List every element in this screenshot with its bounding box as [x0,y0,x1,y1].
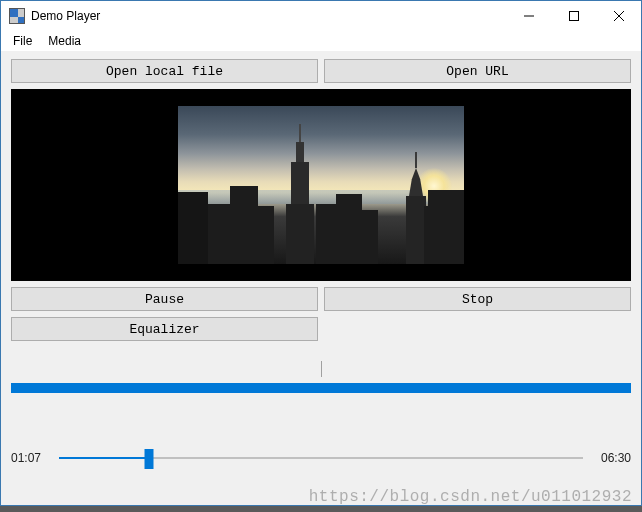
svg-rect-1 [569,12,578,21]
stop-button[interactable]: Stop [324,287,631,311]
minimize-button[interactable] [506,2,551,31]
seek-row: 01:07 06:30 [11,443,631,473]
playback-row: Pause Stop [11,287,631,311]
window-controls [506,2,641,31]
client-area: Open local file Open URL Pause Stop Eq [1,51,641,505]
volume-track [11,383,631,393]
seek-fill [59,457,149,459]
app-window: Demo Player File Media Open local file O… [0,0,642,506]
menubar: File Media [1,31,641,51]
time-elapsed: 01:07 [11,451,51,465]
volume-center-tick [321,361,322,377]
seek-thumb[interactable] [145,449,154,469]
time-total: 06:30 [591,451,631,465]
menu-media[interactable]: Media [40,32,89,50]
open-url-button[interactable]: Open URL [324,59,631,83]
video-viewport [11,89,631,281]
video-frame [178,106,464,264]
titlebar: Demo Player [1,1,641,31]
maximize-button[interactable] [551,2,596,31]
close-button[interactable] [596,2,641,31]
window-title: Demo Player [31,9,100,23]
equalizer-button[interactable]: Equalizer [11,317,318,341]
menu-file[interactable]: File [5,32,40,50]
open-local-file-button[interactable]: Open local file [11,59,318,83]
pause-button[interactable]: Pause [11,287,318,311]
seek-slider[interactable] [59,448,583,468]
app-icon [9,8,25,24]
open-row: Open local file Open URL [11,59,631,83]
volume-slider[interactable] [11,361,631,417]
equalizer-row: Equalizer [11,317,631,341]
